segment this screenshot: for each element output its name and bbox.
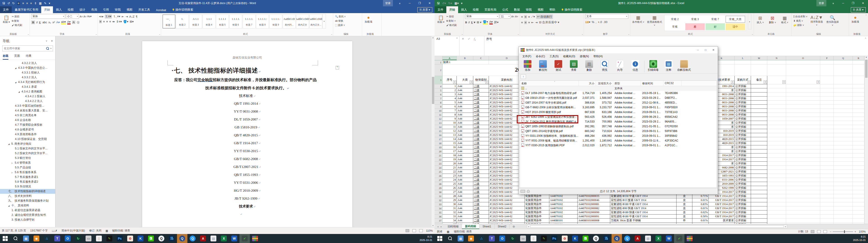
column-header-B[interactable]: B — [457, 56, 473, 60]
teams-icon[interactable]: T — [487, 234, 497, 243]
grid-cell[interactable] — [751, 89, 767, 93]
shrink-font-icon[interactable]: A˅ — [84, 15, 87, 18]
justify-button[interactable]: ≡ — [109, 20, 111, 23]
grid-cell[interactable]: 0.02% — [692, 210, 709, 214]
document-page[interactable]: 盘锦互信实业有限公司 ·七、 技术性能指标的详细描述↵ 应答：我公司完全响应招标… — [142, 41, 352, 227]
name-box[interactable]: A3▾ — [435, 36, 460, 56]
grid-cell[interactable]: 二级 — [473, 129, 489, 133]
minimize-button[interactable]: ─ — [405, 0, 415, 6]
grid-cell[interactable] — [751, 109, 767, 113]
copy-button[interactable]: ⧉复制 — [12, 19, 22, 23]
grid-cell[interactable] — [751, 166, 767, 170]
grid-cell[interactable] — [834, 178, 853, 182]
grid-cell[interactable] — [786, 60, 820, 64]
word-tab-6[interactable]: 布局 — [88, 6, 100, 13]
grid-cell[interactable]: GB/T 1914-2017 — [709, 210, 735, 214]
excel-tab-6[interactable]: 数据 — [511, 6, 523, 13]
grid-cell[interactable]: A44 — [457, 186, 473, 190]
cancel-icon[interactable]: ✕ — [462, 37, 464, 40]
change-case-icon[interactable]: Aa▾ — [87, 15, 92, 18]
qq-icon[interactable]: Q — [156, 234, 166, 243]
grid-cell[interactable] — [820, 125, 834, 129]
expand-collapse-icon[interactable]: ▷ — [11, 161, 15, 165]
format-painter-button[interactable]: 🖌格式刷 — [446, 24, 457, 27]
cell-style-item[interactable]: 常规 — [665, 23, 685, 30]
grid-cell[interactable]: 化验室用杂件 — [525, 202, 549, 206]
grid-cell[interactable]: A44 — [457, 113, 473, 117]
grid-cell[interactable] — [786, 137, 820, 141]
grid-cell[interactable]: 二级 — [473, 194, 489, 198]
grid-cell[interactable] — [834, 64, 853, 76]
grid-cell[interactable] — [751, 194, 767, 198]
row-header-29[interactable]: 29 — [435, 186, 442, 190]
grid-cell[interactable] — [820, 101, 834, 105]
minimize-button[interactable]: ─ — [838, 0, 848, 6]
grid-cell[interactable]: 公开招标 — [735, 194, 751, 198]
grid-cell[interactable] — [834, 214, 853, 218]
grid-cell[interactable]: 公开招标 — [735, 89, 751, 93]
grid-cell[interactable] — [820, 60, 834, 64]
grid-cell[interactable] — [751, 206, 767, 210]
q-chat-icon[interactable]: Q — [187, 234, 198, 243]
grid-cell[interactable]: 二级 — [473, 141, 489, 145]
grid-cell[interactable] — [786, 202, 820, 206]
grid-cell[interactable]: 序号▾ — [442, 76, 457, 84]
search-icon[interactable] — [10, 234, 21, 243]
winrar-file-row[interactable]: YYT 0031-2008 输液、输血用硅橡胶管路...1,291,4001,1… — [520, 138, 717, 143]
delete-button[interactable]: 删除 — [582, 60, 597, 72]
nav-close-icon[interactable]: ✕ — [51, 40, 53, 42]
grid-cell[interactable] — [751, 158, 767, 162]
grid-cell[interactable]: A44 — [457, 214, 473, 218]
grid-cell[interactable] — [767, 162, 786, 166]
acrobat-icon[interactable]: A — [198, 234, 208, 243]
align-left-button[interactable]: ≡ — [521, 21, 523, 24]
grid-cell[interactable] — [834, 121, 853, 125]
grid-cell[interactable]: A44 — [457, 198, 473, 202]
qat-more-icon[interactable]: ▾ — [49, 2, 50, 5]
nav-heading-item[interactable]: ◢4.3.4 无行贿犯罪行为 — [0, 80, 55, 84]
grid-cell[interactable] — [853, 162, 864, 166]
pen-note-icon[interactable]: ✎ — [539, 234, 549, 243]
grid-cell[interactable]: A44070102000081 — [578, 202, 610, 206]
grid-cell[interactable] — [834, 210, 853, 214]
grid-cell[interactable]: 二级 — [473, 170, 489, 174]
grid-cell[interactable]: GB/T 1914-2017 — [709, 214, 735, 218]
grid-cell[interactable]: 15 — [442, 141, 457, 145]
grid-cell[interactable]: 公开招标 — [735, 113, 751, 117]
grid-cell[interactable] — [820, 137, 834, 141]
grid-cell[interactable] — [853, 202, 864, 206]
grid-cell[interactable]: A44 — [457, 121, 473, 125]
calculator-icon[interactable]: ▦ — [21, 234, 31, 243]
grid-cell[interactable]: 25 — [442, 182, 457, 186]
excel-tab-5[interactable]: 公式 — [499, 6, 511, 13]
grid-cell[interactable]: 19 — [442, 158, 457, 162]
grid-cell[interactable] — [820, 210, 834, 214]
grid-cell[interactable]: A44 — [457, 210, 473, 214]
grid-cell[interactable]: 定性滤纸 Φ90 快速 GB/T 1914 — [610, 206, 677, 210]
grid-cell[interactable]: A44 — [457, 218, 473, 223]
grid-cell[interactable]: 0.01% — [692, 218, 709, 223]
nav-heading-item[interactable]: ▷5.4 管理体系 — [0, 161, 55, 165]
strikethrough-icon[interactable]: abc — [42, 21, 47, 24]
grid-cell[interactable]: A44 — [457, 89, 473, 93]
grow-font-icon[interactable]: A˄ — [80, 15, 83, 18]
grid-cell[interactable]: 公开招标 — [735, 178, 751, 182]
grid-cell[interactable] — [834, 133, 853, 137]
excel-tab-4[interactable]: 页面布局 — [482, 6, 499, 13]
restore-button[interactable]: ❐ — [415, 0, 425, 6]
xun-bird-icon[interactable]: 迅 — [166, 234, 177, 243]
line-spacing-button[interactable]: ⇕≡▾ — [116, 20, 122, 23]
grid-cell[interactable] — [834, 202, 853, 206]
winrar-menu-item[interactable]: 工具(S) — [548, 54, 560, 59]
start-button[interactable] — [0, 234, 10, 243]
grid-cell[interactable]: A44 — [457, 166, 473, 170]
grid-cell[interactable] — [786, 141, 820, 145]
winrar-icon[interactable] — [250, 234, 260, 243]
cell-styles-more-icon[interactable]: ▾ — [748, 14, 751, 29]
excel-tab-10[interactable]: 操作说明搜索 — [558, 6, 585, 13]
grid-cell[interactable]: 10 — [442, 121, 457, 125]
grid-cell[interactable]: A44 — [457, 194, 473, 198]
style-gallery-item[interactable]: AaBbCcDdE表内正文... — [309, 14, 322, 29]
align-left-button[interactable]: ≡ — [99, 20, 102, 23]
grid-cell[interactable] — [834, 190, 853, 194]
